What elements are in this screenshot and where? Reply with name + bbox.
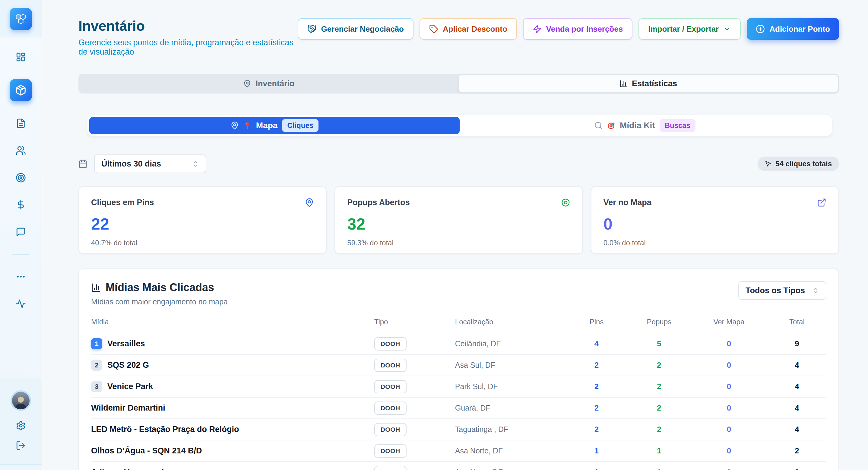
viewmap-count: 0: [690, 468, 768, 470]
popups-count: 1: [628, 446, 690, 456]
map-clicks-segment[interactable]: Mapa Cliques: [89, 117, 460, 134]
stat-share: 0.0% do total: [603, 239, 826, 247]
col-total: Total: [768, 318, 826, 326]
apply-discount-label: Aplicar Desconto: [443, 25, 507, 34]
ellipsis-icon: [16, 272, 26, 282]
avatar[interactable]: [10, 390, 31, 411]
viewmap-count: 0: [690, 425, 768, 434]
table-row[interactable]: Wildemir Demartini DOOH Guará, DF 2 2 0 …: [91, 398, 826, 419]
map-pin-icon: [230, 121, 239, 130]
activity-icon: [16, 299, 26, 309]
stat-card-view-map: Ver no Mapa 0 0.0% do total: [591, 186, 839, 254]
tab-inventory[interactable]: Inventário: [79, 74, 459, 93]
chevrons-up-down-icon: [812, 287, 819, 294]
mouse-pointer-icon: [765, 160, 772, 167]
add-point-label: Adicionar Ponto: [769, 25, 830, 34]
col-popups: Popups: [628, 318, 690, 326]
col-location: Localização: [455, 318, 565, 326]
sidebar-item-documents[interactable]: [16, 118, 26, 128]
search-icon: [594, 121, 602, 130]
sidebar-footer: [0, 378, 42, 465]
date-range-select[interactable]: Últimos 30 dias: [94, 154, 206, 173]
media-type-chip: DOOH: [374, 380, 407, 394]
manage-negotiation-label: Gerenciar Negociação: [321, 25, 404, 34]
table-title: Mídias Mais Clicadas: [105, 281, 214, 294]
external-link-icon: [817, 198, 826, 207]
filter-row: Últimos 30 dias 54 cliques totais: [79, 154, 839, 173]
total-count: 2: [768, 468, 826, 470]
manage-negotiation-button[interactable]: Gerenciar Negociação: [298, 18, 413, 40]
sidebar: [0, 0, 42, 470]
apply-discount-button[interactable]: Aplicar Desconto: [420, 18, 517, 40]
date-filter: Últimos 30 dias: [79, 154, 206, 173]
popups-count: 1: [628, 468, 690, 470]
table-row[interactable]: Adirson Vasconcelos DOOH Asa Norte, DF 1…: [91, 462, 826, 470]
rank-badge: 2: [91, 359, 102, 371]
table-row[interactable]: Olhos D’Água - SQN 214 B/D DOOH Asa Nort…: [91, 440, 826, 462]
media-name: LED Metrô - Estação Praça do Relógio: [91, 425, 239, 434]
target-icon: [16, 173, 26, 183]
media-location: Asa Sul, DF: [455, 361, 565, 370]
media-name: Versailles: [107, 339, 145, 348]
media-kit-segment[interactable]: Mídia Kit Buscas: [460, 117, 830, 134]
media-type-chip: DOOH: [374, 402, 407, 415]
sidebar-item-activity[interactable]: [16, 299, 26, 309]
sidebar-item-finance[interactable]: [16, 200, 26, 210]
sidebar-item-target[interactable]: [16, 173, 26, 183]
settings-button[interactable]: [16, 420, 26, 431]
popups-count: 2: [628, 382, 690, 391]
media-location: Guará, DF: [455, 404, 565, 412]
popups-count: 2: [628, 425, 690, 434]
sidebar-item-inventory[interactable]: [10, 79, 32, 101]
pins-count: 2: [565, 425, 628, 434]
hexagons-logo-icon: [14, 12, 27, 26]
table-row[interactable]: 2 SQS 202 G DOOH Asa Sul, DF 2 2 0 4: [91, 355, 826, 376]
media-location: Taguatinga , DF: [455, 425, 565, 434]
col-view-map: Ver Mapa: [690, 318, 768, 326]
viewmap-count: 0: [690, 382, 768, 391]
page-title-block: Inventário Gerencie seus pontos de mídia…: [79, 18, 298, 57]
table-row[interactable]: 3 Venice Park DOOH Park Sul, DF 2 2 0 4: [91, 376, 826, 398]
pins-count: 1: [565, 446, 628, 456]
media-name: Venice Park: [107, 382, 153, 391]
handshake-icon: [307, 25, 316, 33]
pins-count: 4: [565, 339, 628, 348]
media-type-chip: DOOH: [374, 423, 407, 436]
pins-count: 1: [565, 468, 628, 470]
sidebar-item-users[interactable]: [16, 146, 26, 156]
media-type-chip: DOOH: [374, 444, 407, 458]
chat-icon: [16, 227, 26, 237]
import-export-label: Importar / Exportar: [648, 25, 719, 34]
sidebar-item-dashboard[interactable]: [16, 52, 26, 62]
import-export-button[interactable]: Importar / Exportar: [639, 18, 741, 40]
media-location: Asa Norte, DF: [455, 468, 565, 470]
total-clicks-badge: 54 cliques totais: [757, 157, 839, 171]
tab-statistics[interactable]: Estatísticas: [459, 74, 838, 93]
most-clicked-media-card: Mídias Mais Clicadas Mídias com maior en…: [79, 269, 839, 470]
map-label: Mapa: [256, 121, 278, 130]
page-header: Inventário Gerencie seus pontos de mídia…: [79, 18, 839, 57]
chevrons-up-down-icon: [192, 160, 199, 167]
add-point-button[interactable]: Adicionar Ponto: [747, 18, 839, 40]
logout-button[interactable]: [16, 440, 26, 451]
searches-badge: Buscas: [660, 119, 695, 132]
popups-count: 2: [628, 403, 690, 413]
viewmap-count: 0: [690, 339, 768, 348]
stat-value: 0: [603, 215, 826, 233]
table-row[interactable]: LED Metrô - Estação Praça do Relógio DOO…: [91, 419, 826, 440]
date-range-value: Últimos 30 dias: [101, 159, 161, 169]
media-location: Park Sul, DF: [455, 382, 565, 391]
bar-chart-icon: [619, 80, 628, 88]
sidebar-item-chat[interactable]: [16, 227, 26, 237]
app-logo[interactable]: [10, 8, 32, 30]
type-filter-select[interactable]: Todos os Tipos: [738, 281, 826, 300]
table-header: Mídia Tipo Localização Pins Popups Ver M…: [91, 318, 826, 333]
sidebar-item-more[interactable]: [16, 272, 26, 282]
pushpin-icon: [243, 122, 251, 130]
bar-chart-icon: [91, 283, 101, 293]
table-row[interactable]: 1 Versailles DOOH Ceilândia, DF 4 5 0 9: [91, 333, 826, 355]
sell-by-insertions-button[interactable]: Venda por Inserções: [523, 18, 632, 40]
page-subtitle: Gerencie seus pontos de mídia, programaç…: [79, 38, 298, 57]
map-pin-icon: [305, 198, 314, 207]
clicks-badge: Cliques: [282, 119, 318, 132]
